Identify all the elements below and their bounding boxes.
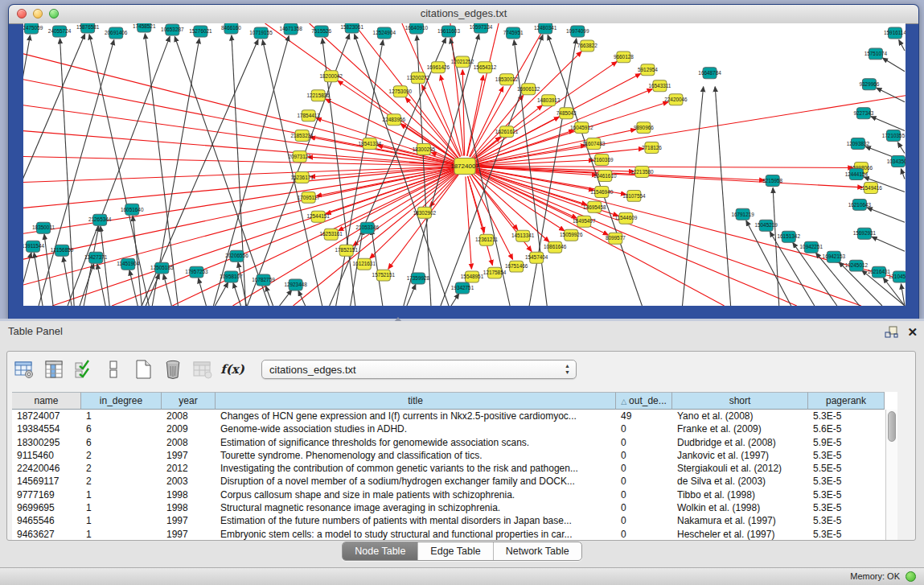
table-cell[interactable]: 5.3E-5 — [808, 501, 885, 514]
table-cell[interactable]: 2 — [81, 475, 162, 488]
graph-node[interactable]: 15059926 — [560, 229, 583, 241]
graph-node[interactable]: 8099577 — [606, 233, 626, 244]
table-cell[interactable]: 5.5E-5 — [808, 462, 885, 475]
graph-node[interactable]: 16121631 — [353, 258, 376, 270]
graph-node[interactable]: 18530022 — [495, 74, 519, 85]
graph-node[interactable]: 12524904 — [373, 27, 396, 39]
table-cell[interactable]: 1 — [81, 528, 162, 540]
graph-node[interactable]: 16151342 — [778, 231, 801, 242]
graph-node[interactable]: 9890966 — [634, 122, 654, 134]
show-columns-icon[interactable] — [43, 359, 64, 380]
table-cell[interactable]: Jankovic et al. (1997) — [672, 449, 808, 462]
table-row[interactable]: 911546021997Tourette syndrome. Phenomeno… — [12, 449, 897, 462]
table-cell[interactable]: 18724007 — [12, 410, 81, 422]
graph-node[interactable]: 16640910 — [405, 23, 429, 34]
table-cell[interactable]: 0 — [616, 528, 672, 540]
table-cell[interactable]: Hescheler et al. (1997) — [672, 528, 808, 540]
table-cell[interactable]: 0 — [616, 514, 672, 527]
graph-node[interactable]: 12156859 — [51, 245, 74, 256]
row-selection-icon[interactable] — [73, 359, 94, 380]
table-row[interactable]: 977716911998Corpus callosum shape and si… — [12, 488, 897, 501]
graph-node[interactable]: 10719155 — [249, 27, 273, 39]
graph-node[interactable]: 12480341 — [534, 23, 557, 34]
graph-node[interactable]: 21265344 — [88, 214, 112, 225]
table-cell[interactable]: 9777169 — [12, 488, 81, 501]
table-cell[interactable]: 5.9E-5 — [808, 436, 885, 449]
graph-node[interactable]: 15276021 — [189, 26, 212, 37]
table-cell[interactable]: 0 — [616, 488, 672, 501]
graph-node[interactable]: 24055724 — [48, 26, 72, 37]
table-cell[interactable]: 14569117 — [12, 475, 81, 488]
table-cell[interactable]: 9463627 — [12, 528, 81, 540]
graph-node[interactable]: 22483956 — [383, 114, 406, 126]
graph-node[interactable]: 16210643 — [848, 199, 872, 210]
table-cell[interactable]: 2012 — [162, 462, 216, 475]
close-panel-icon[interactable]: ✕ — [907, 326, 918, 339]
table-cell[interactable]: Tibbo et al. (1998) — [672, 488, 808, 501]
graph-node[interactable]: 17854413 — [297, 110, 320, 122]
table-cell[interactable]: 0 — [616, 501, 672, 514]
graph-node[interactable]: 9227343 — [853, 108, 873, 119]
table-cell[interactable]: Genome-wide association studies in ADHD. — [216, 422, 616, 435]
scrollbar-thumb[interactable] — [888, 411, 896, 442]
function-builder-icon[interactable]: f(x) — [222, 359, 243, 380]
table-cell[interactable]: 9699695 — [12, 501, 81, 514]
table-cell[interactable]: Stergiakouli et al. (2012) — [672, 462, 808, 475]
graph-node[interactable]: 12160369 — [590, 154, 614, 166]
table-row[interactable]: 1830029562008Estimation of significance … — [12, 436, 897, 449]
graph-node[interactable]: 19342751 — [451, 282, 474, 294]
graph-node[interactable]: 15752151 — [372, 270, 396, 281]
graph-node[interactable]: 2718126 — [642, 142, 662, 154]
graph-node[interactable]: 12475059 — [23, 23, 43, 34]
trash-icon[interactable] — [162, 359, 183, 380]
table-cell[interactable]: 0 — [616, 436, 672, 449]
graph-node[interactable]: 16791219 — [731, 208, 754, 220]
table-cell[interactable]: 1 — [81, 488, 162, 501]
table-cell[interactable]: 0 — [616, 422, 672, 435]
graph-node[interactable]: 15548951 — [461, 271, 484, 282]
table-cell[interactable]: 22420046 — [12, 462, 81, 475]
graph-node[interactable]: 16051640 — [121, 204, 144, 215]
table-cell[interactable]: 1997 — [162, 449, 216, 462]
graph-node[interactable]: 10597334 — [470, 23, 493, 33]
table-cell[interactable]: 49 — [616, 410, 672, 422]
graph-node[interactable]: 17210355 — [882, 130, 906, 142]
graph-node[interactable]: 12175854 — [483, 267, 507, 278]
graph-node[interactable]: 11451904 — [117, 258, 139, 270]
table-row[interactable]: 1872400712008Changes of HCN gene express… — [12, 410, 897, 422]
table-row[interactable]: 1938455462009Genome-wide association stu… — [12, 422, 897, 435]
tab-network-table[interactable]: Network Table — [494, 542, 581, 560]
graph-node[interactable]: 16543311 — [648, 80, 671, 92]
table-cell[interactable]: Changes of HCN gene expression and I(f) … — [216, 410, 616, 422]
table-cell[interactable]: 19384554 — [12, 422, 81, 435]
table-cell[interactable]: Wolkin et al. (1998) — [672, 501, 808, 514]
table-cell[interactable]: 2003 — [162, 475, 216, 488]
network-canvas[interactable]: 1820004212215836178544132185323120973121… — [23, 23, 906, 306]
graph-node[interactable]: 13911544 — [23, 241, 44, 252]
graph-node[interactable]: 8466160 — [221, 23, 241, 34]
float-window-icon[interactable] — [885, 326, 899, 339]
table-cell[interactable]: Estimation of the future numbers of pati… — [216, 514, 616, 527]
table-cell[interactable]: 9465546 — [12, 514, 81, 527]
table-cell[interactable]: Yano et al. (2008) — [672, 410, 808, 422]
table-cell[interactable]: 1 — [81, 514, 162, 527]
tab-edge-table[interactable]: Edge Table — [418, 542, 493, 560]
table-cell[interactable]: Structural magnetic resonance image aver… — [216, 501, 616, 514]
table-cell[interactable]: Nakamura et al. (1997) — [672, 514, 808, 527]
table-cell[interactable]: 6 — [81, 422, 162, 435]
graph-node[interactable]: 12753090 — [389, 86, 413, 97]
graph-node[interactable]: 15876581 — [76, 23, 100, 33]
graph-node[interactable]: 8215958 — [762, 175, 782, 186]
table-cell[interactable]: 9115460 — [12, 449, 81, 462]
table-row[interactable]: 946362711997Embryonic stem cells: a mode… — [12, 528, 897, 540]
table-cell[interactable]: 0 — [616, 475, 672, 488]
table-cell[interactable]: 6 — [81, 436, 162, 449]
table-row[interactable]: 1456911722003Disruption of a novel membe… — [12, 475, 897, 488]
graph-node[interactable]: 10958107 — [220, 271, 243, 282]
new-document-icon[interactable] — [133, 359, 154, 380]
table-cell[interactable]: Embryonic stem cells: a model to study s… — [216, 528, 616, 540]
table-cell[interactable]: 1998 — [162, 501, 216, 514]
table-cell[interactable]: 1997 — [162, 528, 216, 540]
table-cell[interactable]: 0 — [616, 462, 672, 475]
graph-node[interactable]: 20691406 — [105, 27, 128, 39]
